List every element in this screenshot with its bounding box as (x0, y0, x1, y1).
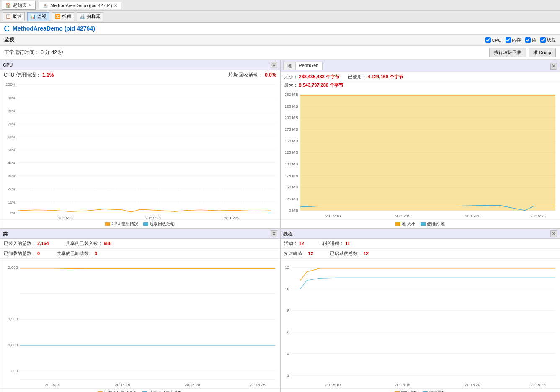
tab-start-icon: 🏠 (5, 3, 11, 8)
classes-shared-unloaded-stat: 共享的已卸载数： 0 (57, 250, 97, 257)
cpu-chart-area: 100% 90% 80% 70% 60% 50% 40% 30% 20% 10%… (0, 80, 280, 219)
uptime-value: 0 分 42 秒 (41, 49, 63, 55)
monitor-checkboxes: CPU 内存 类 线程 (485, 37, 556, 43)
monitor-button[interactable]: 📊 监视 (27, 12, 49, 21)
threads-button[interactable]: 🔀 线程 (52, 12, 74, 21)
threads-panel-close[interactable]: ✕ (550, 230, 557, 237)
sampler-button[interactable]: 🔬 抽样器 (77, 12, 103, 21)
heap-size-legend: 堆 大小 (395, 221, 415, 227)
svg-marker-51 (300, 95, 555, 211)
heap-used-value: 4,124,160 个字节 (368, 74, 403, 79)
svg-text:12: 12 (285, 266, 289, 270)
heap-max-stat: 最大： 8,543,797,280 个字节 (281, 82, 560, 90)
title-bar: 🏠 起始页 ✕ ☕ MethodAreaDemo (pid 42764) ✕ (0, 0, 560, 11)
classes-checkbox[interactable] (525, 37, 531, 43)
cpu-gc-color (143, 222, 148, 226)
threads-chart-area: 12 10 8 6 4 2 20:15:10 20:15:15 20:15:20… (281, 259, 560, 388)
svg-text:75 MB: 75 MB (286, 173, 298, 178)
sampler-icon: 🔬 (80, 14, 85, 19)
svg-text:500: 500 (11, 369, 18, 373)
svg-text:20:15:20: 20:15:20 (145, 216, 160, 219)
cpu-legend: CPU 使用情况 垃圾回收活动 (0, 219, 280, 228)
cpu-gc-label: 垃圾回收活动： (228, 72, 263, 78)
svg-text:4: 4 (287, 352, 289, 356)
classes-loaded-label: 已装入的总数： (4, 241, 36, 246)
svg-text:50%: 50% (8, 148, 16, 152)
svg-text:200 MB: 200 MB (284, 115, 298, 120)
svg-text:100%: 100% (5, 83, 15, 87)
heap-panel: 堆 PermGen ✕ 大小： 268,435,488 个字节 已使用： 4,1… (280, 60, 560, 229)
threads-checkbox-label[interactable]: 线程 (540, 37, 556, 43)
cpu-usage-label: CPU 使用情况： (4, 72, 41, 78)
gc-button[interactable]: 执行垃圾回收 (489, 48, 526, 57)
monitor-header: 监视 CPU 内存 类 线程 (0, 35, 560, 46)
svg-text:2,000: 2,000 (8, 266, 18, 270)
tab-start[interactable]: 🏠 起始页 ✕ (2, 1, 36, 10)
charts-grid: CPU ✕ CPU 使用情况： 1.1% 垃圾回收活动： 0.0% (0, 60, 560, 392)
classes-shared-loaded-label: 共享的已装入数： (66, 241, 103, 246)
heap-panel-header: 堆 PermGen ✕ (281, 60, 560, 72)
tab-method-area[interactable]: ☕ MethodAreaDemo (pid 42764) ✕ (39, 2, 121, 9)
classes-checkbox-label[interactable]: 类 (525, 37, 536, 43)
heap-panel-close[interactable]: ✕ (550, 63, 557, 70)
svg-text:8: 8 (287, 309, 289, 313)
heap-used-label: 已使用： (348, 74, 366, 79)
heap-chart-svg: 250 MB 225 MB 200 MB 175 MB 150 MB 125 M… (281, 90, 560, 219)
svg-text:20:15:10: 20:15:10 (45, 383, 60, 387)
heap-tab[interactable]: 堆 (283, 62, 295, 70)
monitor-label: 监视 (37, 13, 46, 20)
classes-stats-row2: 已卸载的总数： 0 共享的已卸载数： 0 (0, 249, 280, 259)
svg-text:125 MB: 125 MB (284, 150, 298, 155)
monitor-section-title: 监视 (4, 36, 14, 44)
cpu-checkbox[interactable] (485, 37, 491, 43)
memory-checkbox-label[interactable]: 内存 (506, 37, 521, 43)
cpu-legend-gc: 垃圾回收活动 (143, 221, 175, 227)
svg-text:40%: 40% (8, 161, 16, 165)
classes-shared-unloaded-label: 共享的已卸载数： (57, 251, 93, 256)
classes-panel-close[interactable]: ✕ (271, 230, 277, 237)
uptime-display: 正常运行时间： 0 分 42 秒 (4, 49, 63, 56)
tab-start-close[interactable]: ✕ (28, 3, 32, 8)
svg-text:1,000: 1,000 (8, 343, 18, 347)
cpu-panel-close[interactable]: ✕ (271, 62, 277, 68)
overview-label: 概述 (13, 13, 22, 20)
classes-unloaded-label: 已卸载的总数： (4, 251, 36, 256)
classes-chart-svg: 2,000 1,500 1,000 500 20:15:10 20:15:15 … (0, 259, 280, 388)
cpu-usage-color (105, 222, 110, 226)
cpu-usage-stat: CPU 使用情况： 1.1% (4, 72, 54, 79)
threads-stats-row2: 实时峰值： 12 已启动的总数： 12 (281, 249, 560, 259)
heap-size-label: 大小： (284, 74, 298, 79)
main-toolbar: 📋 概述 📊 监视 🔀 线程 🔬 抽样器 (0, 11, 560, 23)
svg-text:20:15:25: 20:15:25 (250, 383, 265, 387)
tab-method-close[interactable]: ✕ (114, 3, 117, 8)
permgen-tab[interactable]: PermGen (295, 62, 323, 70)
cpu-checkbox-label[interactable]: CPU (485, 37, 501, 43)
cpu-legend-usage: CPU 使用情况 (105, 221, 138, 227)
heap-tabs: 堆 PermGen (283, 62, 323, 70)
threads-daemon-legend: 守护线程 (423, 390, 446, 392)
overview-button[interactable]: 📋 概述 (3, 12, 25, 21)
heap-used-stat: 已使用： 4,124,160 个字节 (348, 74, 403, 80)
classes-unloaded-stat: 已卸载的总数： 0 (4, 250, 40, 257)
threads-daemon-label: 守护进程： (321, 241, 344, 246)
monitor-icon: 📊 (30, 14, 36, 19)
threads-checkbox[interactable] (540, 37, 546, 43)
svg-text:0%: 0% (10, 211, 16, 215)
classes-loaded-legend-label: 已装入的类的总数 (104, 390, 137, 392)
memory-checkbox[interactable] (506, 37, 511, 43)
svg-text:20:15:20: 20:15:20 (465, 383, 480, 387)
uptime-label: 正常运行时间： (4, 49, 39, 55)
svg-text:20:15:15: 20:15:15 (395, 383, 410, 387)
threads-daemon-value: 11 (345, 241, 350, 246)
heap-dump-button[interactable]: 堆 Dump (529, 48, 556, 57)
threads-panel-header: 线程 ✕ (281, 229, 560, 239)
threads-chart-svg: 12 10 8 6 4 2 20:15:10 20:15:15 20:15:20… (281, 259, 560, 388)
heap-size-stat: 大小： 268,435,488 个字节 (284, 74, 340, 80)
threads-peak-stat: 实时峰值： 12 (284, 250, 313, 257)
classes-shared-loaded-value: 988 (104, 241, 111, 246)
cpu-usage-legend-label: CPU 使用情况 (111, 221, 138, 227)
svg-text:2: 2 (287, 373, 289, 377)
classes-loaded-legend: 已装入的类的总数 (98, 390, 137, 392)
threads-started-label: 已启动的总数： (330, 251, 362, 256)
svg-text:225 MB: 225 MB (284, 103, 298, 108)
